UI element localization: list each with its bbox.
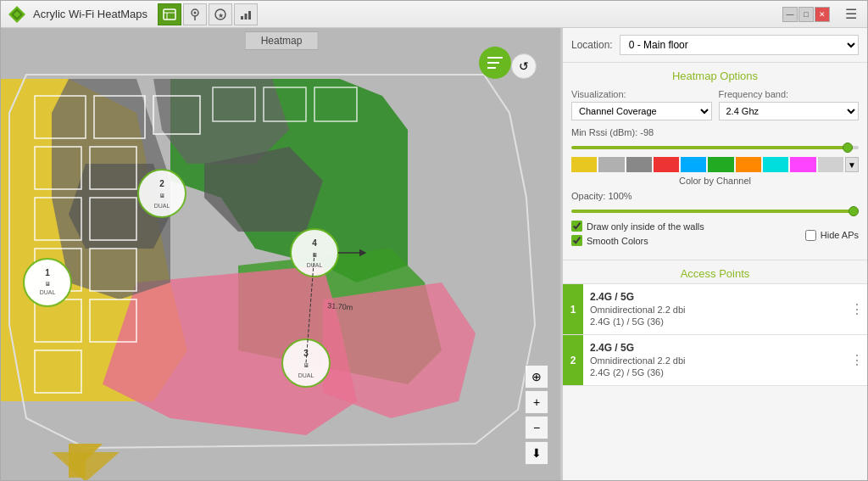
- toolbar: ★: [158, 3, 258, 25]
- svg-text:★: ★: [218, 12, 224, 20]
- toolbar-pin-btn[interactable]: [183, 3, 207, 25]
- hide-aps-group: Hide APs: [805, 230, 859, 241]
- right-panel: Location: 0 - Main floor 1 - First floor…: [562, 28, 867, 481]
- color-by-label: Color by Channel: [571, 176, 859, 186]
- svg-text:🖥: 🖥: [303, 362, 309, 368]
- ap-channel-2: 2.4G (2) / 5G (36): [590, 367, 840, 378]
- heatmap-options-title: Heatmap Options: [571, 70, 859, 82]
- app-logo: [8, 5, 26, 24]
- toolbar-plan-btn[interactable]: [158, 3, 181, 25]
- palette-expand-btn[interactable]: ▼: [845, 157, 859, 172]
- main-layout: Heatmap: [1, 28, 867, 481]
- svg-text:DUAL: DUAL: [307, 262, 323, 268]
- smooth-colors-checkbox[interactable]: [571, 235, 582, 246]
- access-points-title: Access Points: [563, 260, 867, 284]
- color-swatch-yellow: [571, 157, 597, 172]
- toolbar-chart-btn[interactable]: [234, 3, 258, 25]
- draw-inside-walls-checkbox[interactable]: [571, 221, 582, 232]
- maximize-button[interactable]: □: [798, 7, 814, 22]
- draw-inside-walls-group: Draw only inside of the walls Smooth Col…: [571, 221, 704, 249]
- svg-text:🖥: 🖥: [45, 281, 51, 287]
- map-tools: ⊕ + − ⬇: [525, 365, 548, 465]
- visualization-select[interactable]: Channel Coverage Signal Strength Signal …: [571, 102, 712, 120]
- svg-rect-13: [248, 11, 251, 20]
- svg-text:DUAL: DUAL: [298, 372, 314, 378]
- download-tool[interactable]: ⬇: [525, 441, 548, 465]
- svg-text:2: 2: [159, 179, 164, 188]
- svg-text:🖥: 🖥: [159, 193, 165, 199]
- ap-info-1: 2.4G / 5G Omnidirectional 2.2 dbi 2.4G (…: [583, 284, 847, 334]
- visualization-label: Visualization:: [571, 89, 712, 99]
- ap-number-1: 1: [563, 284, 583, 334]
- svg-rect-3: [164, 9, 175, 20]
- frequency-select[interactable]: 2.4 Ghz 5 Ghz Both: [719, 102, 860, 120]
- ap-item-1: 1 2.4G / 5G Omnidirectional 2.2 dbi 2.4G…: [563, 284, 867, 335]
- color-swatch-gray1: [598, 157, 624, 172]
- svg-text:DUAL: DUAL: [154, 203, 170, 209]
- opacity-slider[interactable]: [571, 210, 859, 213]
- visualization-frequency-row: Visualization: Channel Coverage Signal S…: [571, 89, 859, 120]
- smooth-colors-label: Smooth Colors: [587, 236, 648, 246]
- opacity-label: Opacity: 100%: [571, 191, 859, 201]
- location-label: Location:: [571, 39, 613, 51]
- color-swatch-cyan: [763, 157, 788, 172]
- color-swatch-pink: [790, 157, 815, 172]
- ap-band-1: 2.4G / 5G: [590, 291, 840, 303]
- ap-info-2: 2.4G / 5G Omnidirectional 2.2 dbi 2.4G (…: [583, 335, 847, 385]
- min-rssi-row: Min Rssi (dBm): -98: [571, 127, 859, 152]
- location-row: Location: 0 - Main floor 1 - First floor…: [563, 28, 867, 63]
- ap-type-2: Omnidirectional 2.2 dbi: [590, 355, 840, 366]
- visualization-col: Visualization: Channel Coverage Signal S…: [571, 89, 712, 120]
- compass-tool[interactable]: ⊕: [525, 365, 548, 389]
- color-swatch-red: [654, 157, 679, 172]
- svg-text:DUAL: DUAL: [40, 289, 56, 295]
- min-rssi-label: Min Rssi (dBm): -98: [571, 127, 859, 137]
- hamburger-menu[interactable]: ☰: [842, 6, 860, 22]
- ap-number-2: 2: [563, 335, 583, 385]
- color-swatch-gray2: [626, 157, 652, 172]
- toolbar-badge-btn[interactable]: ★: [209, 3, 232, 25]
- hide-aps-label: Hide APs: [821, 230, 859, 240]
- frequency-label: Frequency band:: [719, 89, 860, 99]
- minimize-button[interactable]: —: [782, 7, 798, 22]
- location-select[interactable]: 0 - Main floor 1 - First floor 2 - Secon…: [620, 35, 859, 55]
- color-swatch-blue: [681, 157, 706, 172]
- ap-channel-1: 2.4G (1) / 5G (36): [590, 316, 840, 327]
- color-swatch-orange: [736, 157, 761, 172]
- menu-lines-icon: [487, 57, 503, 69]
- ap-type-1: Omnidirectional 2.2 dbi: [590, 305, 840, 315]
- title-bar: Acrylic Wi-Fi HeatMaps ★ — □ ✕ ☰: [1, 1, 867, 28]
- menu-button[interactable]: [479, 47, 511, 79]
- map-area: Heatmap: [1, 28, 562, 481]
- map-canvas[interactable]: 1 🖥 DUAL 2 🖥 DUAL 4 🖥 DUAL 3 🖥 DUAL 31.7: [1, 28, 562, 481]
- ap-menu-1[interactable]: ⋮: [847, 284, 867, 334]
- color-swatch-green: [708, 157, 733, 172]
- svg-rect-12: [245, 14, 248, 20]
- heatmap-tab[interactable]: Heatmap: [245, 31, 319, 50]
- window-controls: — □ ✕: [782, 7, 830, 22]
- svg-rect-11: [241, 16, 243, 20]
- hide-aps-checkbox[interactable]: [805, 230, 816, 241]
- ap-item-2: 2 2.4G / 5G Omnidirectional 2.2 dbi 2.4G…: [563, 335, 867, 386]
- opacity-row: Opacity: 100%: [571, 191, 859, 215]
- color-palette: ▼: [571, 157, 859, 172]
- frequency-col: Frequency band: 2.4 Ghz 5 Ghz Both: [719, 89, 860, 120]
- min-rssi-slider[interactable]: [571, 146, 859, 149]
- svg-point-8: [194, 11, 197, 14]
- ap-band-2: 2.4G / 5G: [590, 342, 840, 354]
- svg-text:1: 1: [45, 268, 50, 277]
- close-button[interactable]: ✕: [815, 7, 830, 22]
- ap-menu-2[interactable]: ⋮: [847, 335, 867, 385]
- access-points-section: Access Points 1 2.4G / 5G Omnidirectiona…: [563, 260, 867, 481]
- svg-text:4: 4: [312, 238, 317, 248]
- app-title: Acrylic Wi-Fi HeatMaps: [33, 8, 147, 20]
- zoom-out-tool[interactable]: −: [525, 416, 548, 439]
- draw-inside-walls-row: Draw only inside of the walls: [571, 221, 704, 232]
- checkboxes-line: Draw only inside of the walls Smooth Col…: [571, 221, 859, 249]
- color-swatch-lgray: [818, 157, 843, 172]
- undo-button[interactable]: ↺: [511, 53, 537, 79]
- smooth-colors-row: Smooth Colors: [571, 235, 704, 246]
- heatmap-options: Heatmap Options Visualization: Channel C…: [563, 63, 867, 260]
- zoom-in-tool[interactable]: +: [525, 390, 548, 414]
- draw-inside-walls-label: Draw only inside of the walls: [587, 221, 704, 232]
